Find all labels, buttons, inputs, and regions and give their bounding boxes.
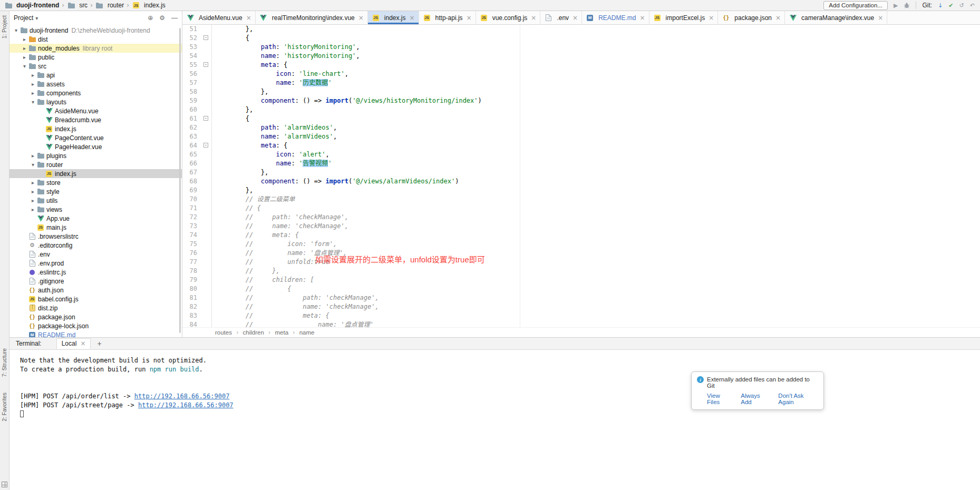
tree-item[interactable]: PageHeader.vue bbox=[9, 142, 182, 151]
code-line[interactable]: 76 // name: '盘点管理', bbox=[182, 249, 980, 258]
code-line[interactable]: 64- meta: { bbox=[182, 141, 980, 150]
toolwindow-favorites-button[interactable]: 2: Favorites bbox=[1, 393, 7, 422]
editor-tab[interactable]: JSvue.config.js× bbox=[476, 11, 541, 24]
code-line[interactable]: 72 // path: 'checkManage', bbox=[182, 213, 980, 222]
code-line[interactable]: 52- { bbox=[182, 34, 980, 43]
hide-panel-icon[interactable]: ― bbox=[171, 14, 178, 22]
chevron-right-icon[interactable]: ▸ bbox=[21, 54, 28, 60]
scrollbar[interactable] bbox=[179, 28, 181, 333]
code-line[interactable]: 80 // { bbox=[182, 285, 980, 293]
fold-icon[interactable]: - bbox=[203, 116, 208, 121]
tree-item[interactable]: .eslintrc.js bbox=[9, 268, 182, 277]
title-breadcrumb-item[interactable]: JSindex.js bbox=[132, 2, 166, 9]
close-icon[interactable]: × bbox=[709, 14, 714, 22]
code-line[interactable]: 62 path: 'alarmVideos', bbox=[182, 123, 980, 132]
tree-item[interactable]: ▾duoji-frontendD:\zheheWeb\duoji-fronten… bbox=[9, 26, 182, 35]
title-breadcrumb-item[interactable]: src bbox=[67, 2, 88, 9]
terminal-link[interactable]: http://192.168.66.56:9007 bbox=[138, 401, 234, 409]
close-icon[interactable]: × bbox=[878, 14, 883, 22]
tree-item[interactable]: ▸public bbox=[9, 53, 182, 62]
code-line[interactable]: 61- { bbox=[182, 114, 980, 123]
code-line[interactable]: 69 }, bbox=[182, 186, 980, 195]
chevron-right-icon[interactable]: ▸ bbox=[30, 189, 36, 194]
tree-item[interactable]: ▸api bbox=[9, 71, 182, 80]
code-line[interactable]: 51 }, bbox=[182, 25, 980, 34]
editor-tab[interactable]: JSimportExcel.js× bbox=[649, 11, 719, 24]
code-line[interactable]: 57 name: '历史数据' bbox=[182, 79, 980, 87]
editor-breadcrumb-item[interactable]: routes bbox=[215, 329, 232, 336]
editor-tab[interactable]: AsideMenu.vue× bbox=[182, 11, 256, 24]
tree-item[interactable]: ▸dist bbox=[9, 35, 182, 44]
code-line[interactable]: 63 name: 'alarmVideos', bbox=[182, 132, 980, 141]
close-icon[interactable]: × bbox=[640, 14, 645, 22]
chevron-right-icon[interactable]: ▸ bbox=[30, 198, 36, 203]
editor[interactable]: 51 },52- {53 path: 'historyMonitoring',5… bbox=[182, 25, 980, 327]
chevron-down-icon[interactable]: ▾ bbox=[21, 63, 28, 69]
tree-item[interactable]: JSindex.js bbox=[9, 124, 182, 133]
tree-item[interactable]: ▸components bbox=[9, 89, 182, 97]
tree-item[interactable]: {}package.json bbox=[9, 312, 182, 321]
code-line[interactable]: 55- meta: { bbox=[182, 61, 980, 70]
tree-item[interactable]: ▸assets bbox=[9, 80, 182, 89]
toolwindow-project-button[interactable]: 1: Project bbox=[1, 15, 7, 38]
code-line[interactable]: 58 }, bbox=[182, 87, 980, 96]
chevron-right-icon[interactable]: ▸ bbox=[21, 36, 28, 42]
close-icon[interactable]: × bbox=[358, 14, 364, 22]
terminal-tab-local[interactable]: Local × bbox=[56, 338, 91, 349]
tree-item[interactable]: dist.zip bbox=[9, 303, 182, 312]
close-icon[interactable]: × bbox=[775, 14, 781, 22]
tree-item[interactable]: .browserslistrc bbox=[9, 232, 182, 241]
code-line[interactable]: 67 }, bbox=[182, 168, 980, 177]
fold-icon[interactable]: - bbox=[203, 62, 208, 67]
tree-item[interactable]: JSindex.js bbox=[9, 169, 182, 178]
close-icon[interactable]: × bbox=[467, 14, 472, 22]
editor-breadcrumb-item[interactable]: name bbox=[299, 329, 315, 336]
title-breadcrumb-item[interactable]: duoji-frontend bbox=[4, 2, 59, 9]
code-line[interactable]: 79 // children: [ bbox=[182, 276, 980, 285]
tree-item[interactable]: JSmain.js bbox=[9, 223, 182, 232]
locate-file-icon[interactable]: ⊕ bbox=[148, 14, 153, 22]
chevron-right-icon[interactable]: ▸ bbox=[30, 153, 36, 159]
fold-icon[interactable]: - bbox=[203, 143, 208, 148]
tree-item[interactable]: ▸style bbox=[9, 187, 182, 196]
chevron-right-icon[interactable]: ▸ bbox=[30, 207, 36, 212]
debug-icon[interactable] bbox=[904, 2, 910, 9]
tree-item[interactable]: PageContent.vue bbox=[9, 133, 182, 142]
code-line[interactable]: 71 // { bbox=[182, 204, 980, 213]
code-line[interactable]: 74 // meta: { bbox=[182, 231, 980, 240]
tree-item[interactable]: JSbabel.config.js bbox=[9, 295, 182, 303]
editor-breadcrumb-item[interactable]: meta bbox=[275, 329, 288, 336]
tree-item[interactable]: ▾router bbox=[9, 160, 182, 169]
editor-tab[interactable]: {}package.json× bbox=[718, 11, 785, 24]
editor-tab[interactable]: JSindex.js× bbox=[368, 11, 419, 24]
tree-item[interactable]: .env.prod bbox=[9, 259, 182, 268]
settings-icon[interactable]: ⚙ bbox=[159, 14, 165, 22]
tree-item[interactable]: ▾layouts bbox=[9, 97, 182, 106]
code-line[interactable]: 60 }, bbox=[182, 105, 980, 114]
tree-item[interactable]: .env bbox=[9, 250, 182, 259]
code-line[interactable]: 77 // unfold:true bbox=[182, 258, 980, 267]
chevron-right-icon[interactable]: ▸ bbox=[30, 72, 36, 78]
dont-ask-again-link[interactable]: Don't Ask Again bbox=[778, 393, 818, 405]
tree-item[interactable]: ▾src bbox=[9, 62, 182, 71]
rollback-icon[interactable]: ↶ bbox=[970, 2, 975, 9]
editor-tab[interactable]: cameraManage\index.vue× bbox=[785, 11, 887, 24]
code-line[interactable]: 75 // icon: 'form', bbox=[182, 240, 980, 249]
tree-item[interactable]: App.vue bbox=[9, 214, 182, 223]
chevron-right-icon[interactable]: ▸ bbox=[21, 45, 28, 51]
new-terminal-button[interactable]: + bbox=[97, 339, 101, 348]
code-line[interactable]: 56 icon: 'line-chart', bbox=[182, 70, 980, 79]
tree-item[interactable]: Breadcrumb.vue bbox=[9, 115, 182, 124]
tree-item[interactable]: ⚙.editorconfig bbox=[9, 241, 182, 250]
run-icon[interactable]: ▶ bbox=[894, 2, 898, 9]
tree-item[interactable]: AsideMenu.vue bbox=[9, 106, 182, 115]
tree-item[interactable]: .gitignore bbox=[9, 277, 182, 286]
tree-item[interactable]: {}package-lock.json bbox=[9, 321, 182, 330]
close-icon[interactable]: × bbox=[531, 14, 536, 22]
tree-item[interactable]: {}auth.json bbox=[9, 286, 182, 295]
history-icon[interactable]: ↺ bbox=[959, 2, 964, 9]
add-configuration-button[interactable]: Add Configuration... bbox=[823, 1, 888, 10]
tree-item[interactable]: ▸node_moduleslibrary root bbox=[9, 44, 182, 53]
code-line[interactable]: 84 // name: '盘点管理' bbox=[182, 320, 980, 327]
terminal-output[interactable]: Note that the development build is not o… bbox=[9, 350, 980, 490]
